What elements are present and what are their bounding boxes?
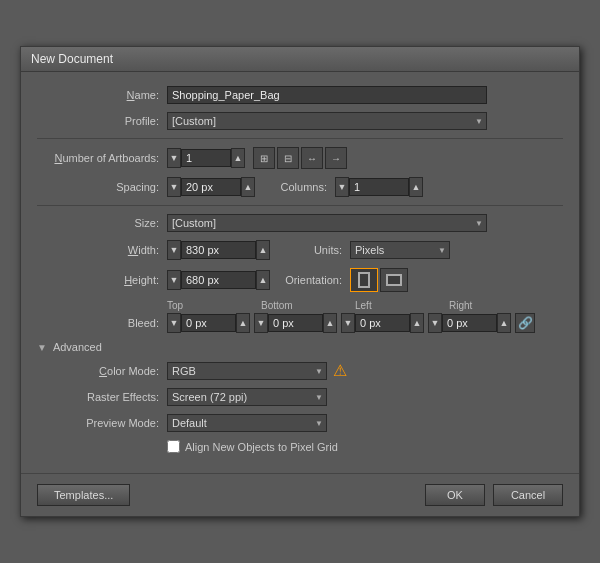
bleed-top-field: ▼ ▲ (167, 313, 250, 333)
new-document-dialog: New Document Name: Profile: [Custom] Num… (20, 46, 580, 517)
bleed-top-input[interactable] (181, 314, 236, 332)
advanced-triangle-icon: ▼ (37, 342, 47, 353)
bleed-top-label: Top (167, 300, 247, 311)
artboards-down-btn[interactable]: ▼ (167, 148, 181, 168)
units-select-wrapper: Pixels Inches Centimeters Millimeters Po… (350, 241, 450, 259)
color-mode-select-wrapper: RGB CMYK (167, 362, 327, 380)
bleed-right-field: ▼ ▲ (428, 313, 511, 333)
cancel-button[interactable]: Cancel (493, 484, 563, 506)
width-label: Width: (37, 244, 167, 256)
spacing-up-btn[interactable]: ▲ (241, 177, 255, 197)
bleed-section: Top Bottom Left Right Bleed: ▼ ▲ ▼ (37, 300, 563, 333)
height-input[interactable] (181, 271, 256, 289)
align-checkbox-label: Align New Objects to Pixel Grid (185, 441, 338, 453)
profile-label: Profile: (37, 115, 167, 127)
ok-button[interactable]: OK (425, 484, 485, 506)
dialog-footer: Templates... OK Cancel (21, 473, 579, 516)
templates-button[interactable]: Templates... (37, 484, 130, 506)
bleed-bottom-field: ▼ ▲ (254, 313, 337, 333)
preview-select-wrapper: Default Pixel Overprint (167, 414, 327, 432)
artboards-label: Number of Artboards: (37, 152, 167, 164)
preview-select[interactable]: Default Pixel Overprint (167, 414, 327, 432)
orientation-label: Orientation: (270, 274, 350, 286)
advanced-toggle[interactable]: ▼ Advanced (37, 341, 563, 353)
align-checkbox-row: Align New Objects to Pixel Grid (167, 440, 563, 453)
arrange-row-btn[interactable]: ↔ (301, 147, 323, 169)
size-row: Size: [Custom] (37, 214, 563, 232)
size-select-wrapper: [Custom] (167, 214, 487, 232)
orientation-buttons (350, 268, 408, 292)
preview-row: Preview Mode: Default Pixel Overprint (37, 414, 563, 432)
divider-2 (37, 205, 563, 206)
raster-select-wrapper: Screen (72 ppi) Medium (150 ppi) High (3… (167, 388, 327, 406)
spacing-input[interactable] (181, 178, 241, 196)
bleed-bottom-down-btn[interactable]: ▼ (254, 313, 268, 333)
bleed-bottom-up-btn[interactable]: ▲ (323, 313, 337, 333)
columns-down-btn[interactable]: ▼ (335, 177, 349, 197)
bleed-right-up-btn[interactable]: ▲ (497, 313, 511, 333)
color-mode-label: Color Mode: (37, 365, 167, 377)
height-up-btn[interactable]: ▲ (256, 270, 270, 290)
spacing-spinner: ▼ ▲ (167, 177, 255, 197)
columns-spinner: ▼ ▲ (335, 177, 423, 197)
bleed-bottom-input[interactable] (268, 314, 323, 332)
advanced-section: ▼ Advanced Color Mode: RGB CMYK ⚠ Raster… (37, 341, 563, 453)
width-input[interactable] (181, 241, 256, 259)
profile-select-wrapper: [Custom] (167, 112, 487, 130)
width-spinner: ▼ ▲ (167, 240, 270, 260)
columns-label: Columns: (255, 181, 335, 193)
warning-icon: ⚠ (333, 361, 347, 380)
artboards-spinner: ▼ ▲ (167, 148, 245, 168)
name-input[interactable] (167, 86, 487, 104)
artboards-row: Number of Artboards: ▼ ▲ ⊞ ⊟ ↔ → (37, 147, 563, 169)
height-spinner: ▼ ▲ (167, 270, 270, 290)
bleed-right-down-btn[interactable]: ▼ (428, 313, 442, 333)
landscape-icon (386, 274, 402, 286)
bleed-top-up-btn[interactable]: ▲ (236, 313, 250, 333)
raster-row: Raster Effects: Screen (72 ppi) Medium (… (37, 388, 563, 406)
columns-up-btn[interactable]: ▲ (409, 177, 423, 197)
bleed-right-label: Right (449, 300, 529, 311)
bleed-left-label: Left (355, 300, 435, 311)
dialog-title-bar: New Document (21, 47, 579, 72)
profile-select[interactable]: [Custom] (167, 112, 487, 130)
color-mode-row: Color Mode: RGB CMYK ⚠ (37, 361, 563, 380)
preview-label: Preview Mode: (37, 417, 167, 429)
artboards-input[interactable] (181, 149, 231, 167)
bleed-right-input[interactable] (442, 314, 497, 332)
grid-col-btn[interactable]: ⊟ (277, 147, 299, 169)
portrait-btn[interactable] (350, 268, 378, 292)
columns-input[interactable] (349, 178, 409, 196)
bleed-top-down-btn[interactable]: ▼ (167, 313, 181, 333)
bleed-bottom-label: Bottom (261, 300, 341, 311)
align-checkbox[interactable] (167, 440, 180, 453)
raster-select[interactable]: Screen (72 ppi) Medium (150 ppi) High (3… (167, 388, 327, 406)
advanced-label: Advanced (53, 341, 102, 353)
arrange-col-btn[interactable]: → (325, 147, 347, 169)
units-select[interactable]: Pixels Inches Centimeters Millimeters Po… (350, 241, 450, 259)
spacing-label: Spacing: (37, 181, 167, 193)
profile-row: Profile: [Custom] (37, 112, 563, 130)
bleed-left-down-btn[interactable]: ▼ (341, 313, 355, 333)
bleed-link-btn[interactable]: 🔗 (515, 313, 535, 333)
portrait-icon (358, 272, 370, 288)
width-up-btn[interactable]: ▲ (256, 240, 270, 260)
width-down-btn[interactable]: ▼ (167, 240, 181, 260)
height-down-btn[interactable]: ▼ (167, 270, 181, 290)
bleed-left-up-btn[interactable]: ▲ (410, 313, 424, 333)
artboards-up-btn[interactable]: ▲ (231, 148, 245, 168)
bleed-left-input[interactable] (355, 314, 410, 332)
landscape-btn[interactable] (380, 268, 408, 292)
size-label: Size: (37, 217, 167, 229)
size-select[interactable]: [Custom] (167, 214, 487, 232)
artboard-layout-icons: ⊞ ⊟ ↔ → (253, 147, 347, 169)
grid-layout-btn[interactable]: ⊞ (253, 147, 275, 169)
dialog-title: New Document (31, 52, 113, 66)
dialog-body: Name: Profile: [Custom] Number of Artboa… (21, 72, 579, 473)
spacing-down-btn[interactable]: ▼ (167, 177, 181, 197)
bleed-header: Top Bottom Left Right (37, 300, 563, 313)
bleed-row: Bleed: ▼ ▲ ▼ ▲ ▼ ▲ (37, 313, 563, 333)
color-mode-select[interactable]: RGB CMYK (167, 362, 327, 380)
name-row: Name: (37, 86, 563, 104)
height-orientation-row: Height: ▼ ▲ Orientation: (37, 268, 563, 292)
